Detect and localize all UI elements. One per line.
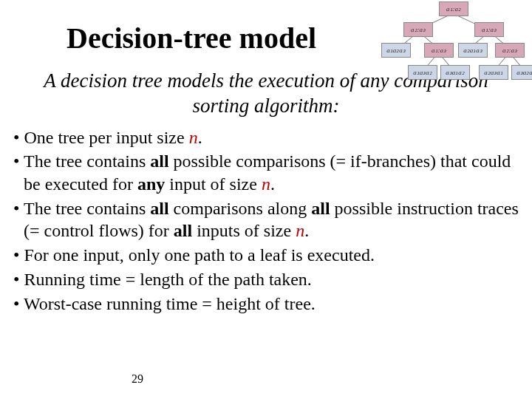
tree-leaf: a₃a₁a₂ <box>440 65 470 80</box>
bullet-item: • Running time = length of the path take… <box>13 268 519 291</box>
tree-leaf: a₁a₃a₂ <box>408 65 437 80</box>
tree-node-root: a₁:a₂ <box>439 1 468 16</box>
bullet-item: • One tree per input size n. <box>13 126 519 149</box>
tree-leaf: a₂a₁a₃ <box>458 43 488 58</box>
tree-node: a₁:a₃ <box>474 22 504 37</box>
page-number: 29 <box>132 372 143 386</box>
decision-tree-diagram: a₁:a₂ a₂:a₃ a₁:a₃ a₁a₂a₃ a₁:a₃ a₂a₁a₃ a₂… <box>365 1 528 83</box>
tree-node: a₂:a₃ <box>495 43 525 58</box>
tree-leaf: a₃a₂a₁ <box>511 65 532 80</box>
bullet-list: • One tree per input size n. • The tree … <box>13 126 519 316</box>
tree-leaf: a₂a₃a₁ <box>479 65 508 80</box>
tree-node: a₂:a₃ <box>403 22 433 37</box>
bullet-item: • The tree contains all possible compari… <box>13 150 519 195</box>
tree-node: a₁:a₃ <box>424 43 454 58</box>
bullet-item: • The tree contains all comparisons alon… <box>13 197 519 242</box>
tree-leaf: a₁a₂a₃ <box>381 43 411 58</box>
bullet-item: • For one input, only one path to a leaf… <box>13 244 519 267</box>
bullet-item: • Worst-case running time = height of tr… <box>13 293 519 316</box>
